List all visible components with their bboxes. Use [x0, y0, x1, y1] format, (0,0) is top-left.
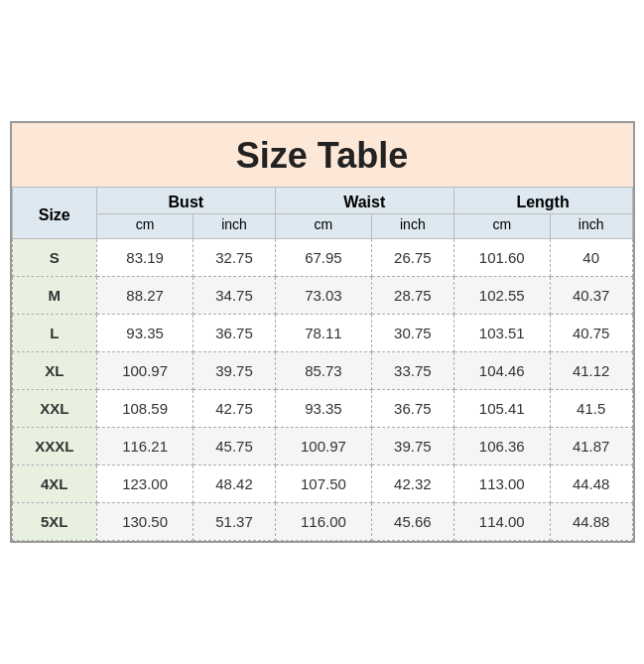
data-cell: 28.75 — [372, 277, 454, 315]
size-label-cell: M — [12, 277, 96, 315]
data-cell: 85.73 — [275, 352, 371, 390]
data-cell: 102.55 — [453, 277, 550, 315]
data-cell: 44.48 — [550, 465, 632, 503]
data-cell: 41.87 — [550, 428, 632, 465]
data-cell: 100.97 — [96, 352, 193, 390]
table-row: 5XL130.5051.37116.0045.66114.0044.88 — [12, 503, 632, 541]
table-row: XL100.9739.7585.7333.75104.4641.12 — [12, 352, 632, 390]
size-table: Size Bust Waist Length cm inch cm inch c… — [12, 187, 633, 541]
data-cell: 106.36 — [453, 428, 550, 465]
bust-inch-header: inch — [193, 214, 276, 239]
length-cm-header: cm — [453, 214, 550, 239]
size-label-cell: XXXL — [12, 428, 96, 465]
table-row: XXL108.5942.7593.3536.75105.4141.5 — [12, 390, 632, 428]
data-cell: 39.75 — [372, 428, 454, 465]
data-cell: 104.46 — [453, 352, 550, 390]
group-header-row: Size Bust Waist Length — [12, 188, 632, 214]
size-header: Size — [12, 188, 96, 239]
waist-inch-header: inch — [372, 214, 454, 239]
data-cell: 108.59 — [96, 390, 193, 428]
size-label-cell: S — [12, 239, 96, 277]
data-cell: 42.32 — [372, 465, 454, 503]
length-header: Length — [453, 188, 632, 214]
data-cell: 78.11 — [275, 315, 371, 352]
size-label-cell: XXL — [12, 390, 96, 428]
data-cell: 40.37 — [550, 277, 632, 315]
data-cell: 83.19 — [96, 239, 193, 277]
data-cell: 93.35 — [275, 390, 371, 428]
waist-cm-header: cm — [275, 214, 371, 239]
data-cell: 41.5 — [550, 390, 632, 428]
table-row: L93.3536.7578.1130.75103.5140.75 — [12, 315, 632, 352]
size-label-cell: 4XL — [12, 465, 96, 503]
data-cell: 88.27 — [96, 277, 193, 315]
table-row: 4XL123.0048.42107.5042.32113.0044.48 — [12, 465, 632, 503]
data-cell: 103.51 — [453, 315, 550, 352]
data-cell: 116.00 — [275, 503, 371, 541]
data-cell: 101.60 — [453, 239, 550, 277]
data-cell: 33.75 — [372, 352, 454, 390]
data-cell: 39.75 — [193, 352, 276, 390]
bust-header: Bust — [96, 188, 275, 214]
data-cell: 36.75 — [372, 390, 454, 428]
data-cell: 48.42 — [193, 465, 276, 503]
data-cell: 44.88 — [550, 503, 632, 541]
data-cell: 45.75 — [193, 428, 276, 465]
data-cell: 100.97 — [275, 428, 371, 465]
data-cell: 123.00 — [96, 465, 193, 503]
table-row: S83.1932.7567.9526.75101.6040 — [12, 239, 632, 277]
data-cell: 45.66 — [372, 503, 454, 541]
data-cell: 93.35 — [96, 315, 193, 352]
table-row: XXXL116.2145.75100.9739.75106.3641.87 — [12, 428, 632, 465]
data-cell: 51.37 — [193, 503, 276, 541]
data-cell: 30.75 — [372, 315, 454, 352]
data-cell: 114.00 — [453, 503, 550, 541]
table-body: S83.1932.7567.9526.75101.6040M88.2734.75… — [12, 239, 632, 541]
data-cell: 36.75 — [193, 315, 276, 352]
data-cell: 67.95 — [275, 239, 371, 277]
data-cell: 40 — [550, 239, 632, 277]
size-table-container: Size Table Size Bust Waist Length cm inc… — [10, 121, 635, 543]
data-cell: 34.75 — [193, 277, 276, 315]
waist-header: Waist — [275, 188, 453, 214]
bust-cm-header: cm — [96, 214, 193, 239]
data-cell: 32.75 — [193, 239, 276, 277]
table-title: Size Table — [12, 123, 633, 187]
size-label-cell: XL — [12, 352, 96, 390]
data-cell: 26.75 — [372, 239, 454, 277]
data-cell: 116.21 — [96, 428, 193, 465]
data-cell: 130.50 — [96, 503, 193, 541]
length-inch-header: inch — [550, 214, 632, 239]
data-cell: 42.75 — [193, 390, 276, 428]
data-cell: 73.03 — [275, 277, 371, 315]
size-label-cell: L — [12, 315, 96, 352]
data-cell: 105.41 — [453, 390, 550, 428]
sub-header-row: cm inch cm inch cm inch — [12, 214, 632, 239]
table-row: M88.2734.7573.0328.75102.5540.37 — [12, 277, 632, 315]
data-cell: 107.50 — [275, 465, 371, 503]
data-cell: 41.12 — [550, 352, 632, 390]
data-cell: 113.00 — [453, 465, 550, 503]
data-cell: 40.75 — [550, 315, 632, 352]
size-label-cell: 5XL — [12, 503, 96, 541]
